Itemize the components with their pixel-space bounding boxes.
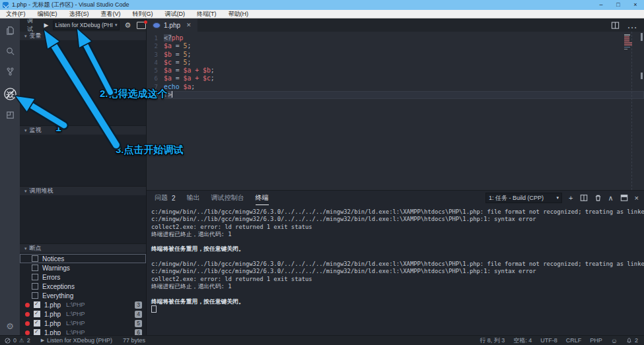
minimize-button[interactable]: – <box>592 0 610 10</box>
menu-item[interactable]: 查看(V) <box>95 10 127 18</box>
breakpoint-filter-row[interactable]: Notices <box>20 254 146 263</box>
breakpoint-row[interactable]: 1.phpL:\PHP6 <box>20 328 146 335</box>
debug-toolbar: 调试 ▶ Listen for XDebug (PHI ▾ ⚙ <box>20 18 146 32</box>
line-number: 5 <box>147 67 164 75</box>
checkbox-checked[interactable] <box>34 301 40 308</box>
warning-icon: ⚠ <box>19 337 24 344</box>
notifications-bell[interactable]: 2 <box>626 337 638 344</box>
code-line[interactable]: 2$a = 5; <box>147 42 644 50</box>
editor-tab-bar: 1.php ✕ … <box>147 18 644 32</box>
checkbox-unchecked[interactable] <box>32 292 38 299</box>
code-text: $a = 5; <box>164 42 191 50</box>
tab-1php[interactable]: 1.php ✕ <box>147 18 197 32</box>
breakpoint-dot-icon <box>25 303 30 307</box>
terminal-line: collect2.exe: error: ld returned 1 exit … <box>151 276 644 283</box>
source-control-icon[interactable] <box>0 63 20 79</box>
explorer-icon[interactable] <box>0 22 20 38</box>
split-terminal-icon[interactable] <box>580 194 588 202</box>
panel-tab-问题[interactable]: 问题2 <box>155 191 176 205</box>
breakpoint-line-badge: 3 <box>135 301 142 309</box>
notification-dot <box>144 20 147 24</box>
section-breakpoints[interactable]: ▾ 断点 <box>20 243 146 253</box>
debug-console-icon[interactable] <box>137 22 146 29</box>
close-panel-icon[interactable]: × <box>635 195 639 202</box>
vscode-logo-icon <box>3 2 9 8</box>
checkbox-checked[interactable] <box>34 329 40 335</box>
start-debugging-button[interactable]: ▶ <box>44 22 49 28</box>
breakpoint-filter-row[interactable]: Warnings <box>20 263 146 272</box>
code-line[interactable]: 5$a = $a + $b; <box>147 67 644 75</box>
code-line[interactable]: 8?> <box>147 91 644 99</box>
extensions-icon[interactable] <box>0 107 20 123</box>
terminal-select-dropdown[interactable]: 1: 任务 - Build (CPP) ▾ <box>485 193 562 203</box>
feedback-smiley-icon[interactable]: ☺ <box>611 337 618 344</box>
checkbox-unchecked[interactable] <box>32 265 38 271</box>
checkbox-unchecked[interactable] <box>32 255 38 262</box>
indentation-status[interactable]: 空格: 4 <box>513 336 532 345</box>
checkbox-unchecked[interactable] <box>32 274 38 280</box>
breakpoint-row[interactable]: 1.phpL:\PHP4 <box>20 309 146 319</box>
activity-bar: ⚙ <box>0 18 20 335</box>
close-button[interactable]: × <box>627 0 644 10</box>
panel-tab-输出[interactable]: 输出 <box>187 191 200 205</box>
panel-tab-终端[interactable]: 终端 <box>256 191 269 205</box>
code-line[interactable]: 1<?php <box>147 34 644 42</box>
terminal-output[interactable]: c:/mingw/bin/../lib/gcc/mingw32/6.3.0/..… <box>147 205 644 335</box>
menu-item[interactable]: 帮助(H) <box>223 10 255 18</box>
close-tab-icon[interactable]: ✕ <box>186 22 192 28</box>
chevron-up-icon[interactable]: ∧ <box>608 195 614 202</box>
menu-item[interactable]: 调试(D) <box>159 10 192 18</box>
breakpoint-filter-row[interactable]: Exceptions <box>20 282 146 291</box>
menu-item[interactable]: 选择(S) <box>63 10 95 18</box>
terminal-select-value: 1: 任务 - Build (CPP) <box>489 194 544 203</box>
code-text: <?php <box>164 34 184 42</box>
code-editor[interactable]: 1<?php2$a = 5;3$b = 5;4$c = 5;5$a = $a +… <box>147 32 644 190</box>
chevron-down-icon: ▾ <box>557 195 559 201</box>
encoding-status[interactable]: UTF-8 <box>540 337 557 344</box>
breakpoint-filter-row[interactable]: Everything <box>20 291 146 300</box>
more-actions-icon[interactable]: … <box>627 19 637 31</box>
breakpoint-row[interactable]: 1.phpL:\PHP3 <box>20 300 146 309</box>
maximize-panel-icon[interactable] <box>620 194 628 202</box>
menu-item[interactable]: 转到(G) <box>127 10 159 18</box>
terminal-line: c:/mingw/bin/../lib/gcc/mingw32/6.3.0/..… <box>151 208 644 216</box>
search-icon[interactable] <box>0 43 20 59</box>
panel-tab-调试控制台[interactable]: 调试控制台 <box>211 191 244 205</box>
breakpoint-line-badge: 6 <box>135 329 142 336</box>
debug-status[interactable]: ▶ Listen for XDebug (PHP) <box>41 337 112 344</box>
breakpoint-filter-row[interactable]: Errors <box>20 272 146 282</box>
breakpoint-row[interactable]: 1.phpL:\PHP5 <box>20 319 146 328</box>
checkbox-unchecked[interactable] <box>32 283 38 290</box>
breakpoint-dot-icon <box>25 312 30 317</box>
kill-terminal-trash-icon[interactable] <box>594 194 602 202</box>
code-line[interactable]: 4$c = 5; <box>147 59 644 67</box>
minimap[interactable] <box>624 34 633 51</box>
checkbox-checked[interactable] <box>34 320 40 327</box>
code-line[interactable]: 6$a = $a + $c; <box>147 75 644 82</box>
debug-icon[interactable] <box>0 86 20 102</box>
terminal-line <box>151 238 644 245</box>
configure-gear-icon[interactable]: ⚙ <box>124 21 131 30</box>
new-terminal-icon[interactable]: + <box>569 195 573 202</box>
maximize-button[interactable]: □ <box>610 0 627 10</box>
section-call-stack[interactable]: ▾ 调用堆栈 <box>20 186 146 195</box>
eol-status[interactable]: CRLF <box>566 337 582 344</box>
warning-count: 2 <box>27 337 30 344</box>
menu-item[interactable]: 终端(T) <box>191 10 223 18</box>
annotation-step1: 1 <box>55 122 61 134</box>
settings-gear-icon[interactable]: ⚙ <box>0 321 20 331</box>
checkbox-checked[interactable] <box>34 311 40 317</box>
section-variables[interactable]: ▾ 变量 <box>20 32 146 40</box>
cursor-position-status[interactable]: 行 8, 列 3 <box>480 336 505 345</box>
language-status[interactable]: PHP <box>590 337 602 344</box>
debug-config-dropdown[interactable]: Listen for XDebug (PHI ▾ <box>53 20 120 30</box>
split-editor-icon[interactable] <box>611 21 620 30</box>
filter-label: Notices <box>42 255 64 263</box>
problems-status[interactable]: 0 ⚠ 2 <box>5 337 30 344</box>
code-line[interactable]: 7echo $a; <box>147 83 644 91</box>
section-watch[interactable]: ▾ 监视 <box>20 125 146 135</box>
code-line[interactable]: 3$b = 5; <box>147 51 644 59</box>
debug-config-value: Listen for XDebug (PHI <box>55 22 113 28</box>
code-text: echo $a; <box>164 83 195 91</box>
status-bar: 0 ⚠ 2 ▶ Listen for XDebug (PHP) 77 bytes… <box>0 335 644 345</box>
